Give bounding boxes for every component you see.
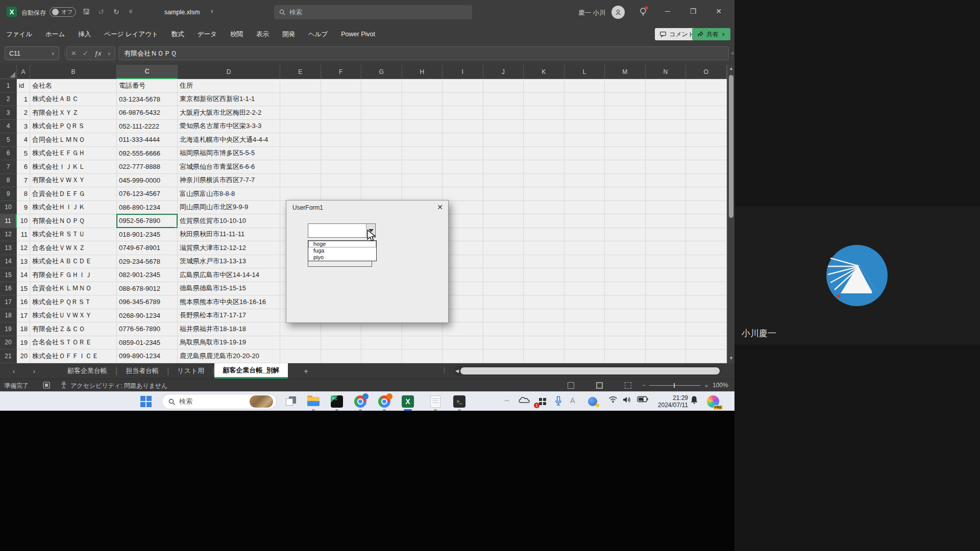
cell-E20[interactable] <box>280 336 321 350</box>
zoom-slider-knob[interactable] <box>674 383 675 388</box>
cell-E1[interactable] <box>280 79 321 93</box>
cell-O6[interactable] <box>686 147 727 161</box>
formula-input[interactable]: 有限会社ＮＯＰＱ <box>118 46 729 60</box>
cell-B12[interactable]: 株式会社ＲＳＴＵ <box>30 228 117 242</box>
cell-C12[interactable]: 018-901-2345 <box>117 228 178 242</box>
ribbon-tab-file[interactable]: ファイル <box>6 30 32 39</box>
vertical-scrollbar[interactable]: ▲▼ <box>727 65 734 363</box>
cell-N11[interactable] <box>646 214 687 228</box>
cell-J3[interactable] <box>483 106 524 120</box>
ribbon-tab-4[interactable]: 数式 <box>172 30 184 39</box>
page-layout-view-icon[interactable] <box>596 382 603 389</box>
column-header-A[interactable]: A <box>17 65 30 79</box>
cell-N6[interactable] <box>646 147 687 161</box>
row-header-1[interactable]: 1 <box>0 79 17 93</box>
hscroll-thumb[interactable] <box>460 367 720 374</box>
cell-B10[interactable]: 株式会社ＨＩＪＫ <box>30 201 117 215</box>
cell-B11[interactable]: 有限会社ＮＯＰＱ <box>30 214 117 228</box>
cell-K7[interactable] <box>524 160 565 174</box>
notification-bell-icon[interactable] <box>690 395 698 405</box>
sheet-tab-1[interactable]: 担当者台帳 <box>117 363 167 379</box>
cell-M19[interactable] <box>605 322 646 336</box>
cell-I5[interactable] <box>443 133 483 147</box>
cell-H4[interactable] <box>402 120 443 134</box>
cell-M1[interactable] <box>605 79 646 93</box>
cell-L15[interactable] <box>565 268 605 282</box>
row-header-4[interactable]: 4 <box>0 120 17 134</box>
cell-A9[interactable]: 8 <box>17 187 30 201</box>
name-box[interactable]: C11 ∨ <box>5 46 59 60</box>
ribbon-tab-1[interactable]: ホーム <box>45 30 65 39</box>
clock[interactable]: 21:29 2024/07/11 <box>653 394 688 409</box>
cell-I3[interactable] <box>443 106 483 120</box>
cell-K15[interactable] <box>524 268 565 282</box>
cell-D4[interactable]: 愛知県名古屋市中区栄3-3-3 <box>178 120 280 134</box>
cell-L9[interactable] <box>565 187 605 201</box>
row-header-3[interactable]: 3 <box>0 106 17 120</box>
cell-J1[interactable] <box>483 79 524 93</box>
ribbon-tab-9[interactable]: ヘルプ <box>308 30 328 39</box>
cell-J7[interactable] <box>483 160 524 174</box>
cell-C16[interactable]: 088-678-9012 <box>117 282 178 296</box>
column-header-C[interactable]: C <box>117 65 178 79</box>
row-header-20[interactable]: 20 <box>0 336 17 350</box>
cell-B19[interactable]: 有限会社Ｚ＆ＣＯ <box>30 322 117 336</box>
minimize-button[interactable]: ─ <box>660 7 675 15</box>
ribbon-tab-7[interactable]: 表示 <box>256 30 269 39</box>
cell-L4[interactable] <box>565 120 605 134</box>
cell-H19[interactable] <box>402 322 443 336</box>
cell-I9[interactable] <box>443 187 483 201</box>
chrome-profile2-button[interactable] <box>378 395 391 408</box>
dropdown-item-piyo[interactable]: piyo <box>308 254 376 261</box>
cell-O20[interactable] <box>686 336 727 350</box>
cell-B15[interactable]: 有限会社ＦＧＨＩＪ <box>30 268 117 282</box>
cell-C4[interactable]: 052-111-2222 <box>117 120 178 134</box>
cell-N14[interactable] <box>646 255 687 269</box>
vscroll-down-icon[interactable]: ▼ <box>727 356 734 361</box>
cell-M5[interactable] <box>605 133 646 147</box>
save-icon[interactable]: 🖫 <box>83 8 90 16</box>
cell-L2[interactable] <box>565 93 605 107</box>
cell-G20[interactable] <box>361 336 402 350</box>
cell-B3[interactable]: 有限会社ＸＹＺ <box>30 106 117 120</box>
cell-A3[interactable]: 2 <box>17 106 30 120</box>
cell-D21[interactable]: 鹿児島県鹿児島市20-20-20 <box>178 349 280 363</box>
cell-C7[interactable]: 022-777-8888 <box>117 160 178 174</box>
copilot-button[interactable]: PRE <box>706 395 720 408</box>
cell-N7[interactable] <box>646 160 687 174</box>
cell-F7[interactable] <box>321 160 362 174</box>
cell-O19[interactable] <box>686 322 727 336</box>
cell-M16[interactable] <box>605 282 646 296</box>
cell-M21[interactable] <box>605 349 646 363</box>
column-header-D[interactable]: D <box>178 65 280 79</box>
row-header-8[interactable]: 8 <box>0 174 17 188</box>
cell-I20[interactable] <box>443 336 483 350</box>
cell-J14[interactable] <box>483 255 524 269</box>
cell-M7[interactable] <box>605 160 646 174</box>
cell-G8[interactable] <box>361 174 402 188</box>
row-header-11[interactable]: 11 <box>0 214 17 228</box>
cell-K1[interactable] <box>524 79 565 93</box>
cell-A18[interactable]: 17 <box>17 309 30 323</box>
cell-A5[interactable]: 4 <box>17 133 30 147</box>
cell-J2[interactable] <box>483 93 524 107</box>
insert-function-icon[interactable]: ƒx <box>94 49 102 57</box>
userform-combobox[interactable] <box>308 223 376 238</box>
cell-B2[interactable]: 株式会社ＡＢＣ <box>30 93 117 107</box>
macro-record-icon[interactable] <box>43 382 50 389</box>
taskbar-search[interactable]: 検索 <box>162 394 277 409</box>
cell-H1[interactable] <box>402 79 443 93</box>
cell-K4[interactable] <box>524 120 565 134</box>
cell-O10[interactable] <box>686 201 727 215</box>
cell-O9[interactable] <box>686 187 727 201</box>
column-header-E[interactable]: E <box>280 65 321 79</box>
cell-A4[interactable]: 3 <box>17 120 30 134</box>
cell-L13[interactable] <box>565 241 605 255</box>
userform-close-icon[interactable]: ✕ <box>437 203 443 211</box>
cell-L17[interactable] <box>565 295 605 309</box>
ribbon-tab-6[interactable]: 校閲 <box>230 30 243 39</box>
titlebar-search[interactable]: 検索 <box>274 5 472 19</box>
cell-M2[interactable] <box>605 93 646 107</box>
cell-N16[interactable] <box>646 282 687 296</box>
cell-O16[interactable] <box>686 282 727 296</box>
